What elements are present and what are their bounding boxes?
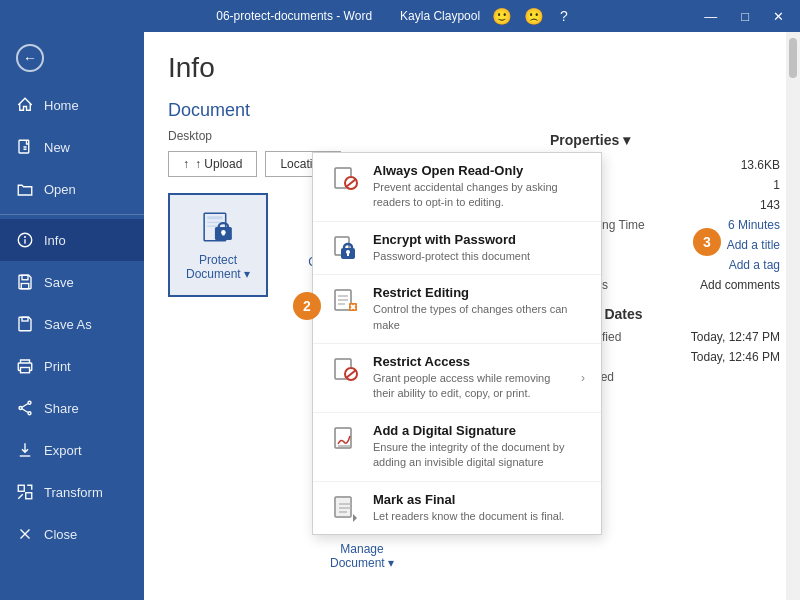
help-icon[interactable]: ? xyxy=(560,8,568,24)
share-icon xyxy=(16,399,34,417)
mark-final-icon xyxy=(329,492,361,524)
prop-title-value[interactable]: Add a title xyxy=(727,238,780,252)
title-bar-center: 06-protect-documents - Word Kayla Claypo… xyxy=(216,7,568,26)
prop-editing-value: 6 Minutes xyxy=(728,218,780,232)
sidebar-item-save[interactable]: Save xyxy=(0,261,144,303)
protect-tile-label: ProtectDocument ▾ xyxy=(186,253,250,281)
close-doc-icon xyxy=(16,525,34,543)
save-icon xyxy=(16,273,34,291)
page-title: Info xyxy=(168,52,772,84)
svg-point-3 xyxy=(25,237,26,238)
maximize-button[interactable]: □ xyxy=(733,5,757,28)
submenu-arrow: › xyxy=(581,371,585,385)
menu-item-digital-sig[interactable]: Add a Digital Signature Ensure the integ… xyxy=(313,413,601,482)
menu-item-readonly[interactable]: Always Open Read-Only Prevent accidental… xyxy=(313,153,601,222)
title-bar-controls: — □ ✕ xyxy=(696,5,792,28)
svg-rect-22 xyxy=(222,232,224,235)
scrollbar-thumb[interactable] xyxy=(789,38,797,78)
upload-icon: ↑ xyxy=(183,157,189,171)
sidebar-item-new[interactable]: New xyxy=(0,126,144,168)
date-modified-value: Today, 12:47 PM xyxy=(691,330,780,344)
menu-item-restrict-access[interactable]: Restrict Access Grant people access whil… xyxy=(313,344,601,413)
home-icon xyxy=(16,96,34,114)
sidebar-item-home[interactable]: Home xyxy=(0,84,144,126)
sidebar-item-print[interactable]: Print xyxy=(0,345,144,387)
saveas-icon xyxy=(16,315,34,333)
svg-rect-14 xyxy=(26,493,32,499)
protect-icon xyxy=(198,207,238,247)
svg-rect-20 xyxy=(219,223,228,230)
sidebar-item-close[interactable]: Close xyxy=(0,513,144,555)
sidebar: ← Home New Open Info xyxy=(0,32,144,600)
sidebar-item-saveas[interactable]: Save As xyxy=(0,303,144,345)
svg-line-11 xyxy=(22,404,28,408)
open-folder-icon xyxy=(16,180,34,198)
new-doc-icon xyxy=(16,138,34,156)
menu-item-mark-final[interactable]: Mark as Final Let readers know the docum… xyxy=(313,482,601,534)
info-icon xyxy=(16,231,34,249)
encrypt-icon xyxy=(329,232,361,264)
svg-rect-36 xyxy=(347,253,349,256)
properties-title[interactable]: Properties ▾ xyxy=(550,132,780,148)
svg-rect-5 xyxy=(21,284,29,289)
svg-rect-16 xyxy=(207,216,222,219)
section-title: Document xyxy=(168,100,772,121)
digital-sig-text: Add a Digital Signature Ensure the integ… xyxy=(373,423,585,471)
minimize-button[interactable]: — xyxy=(696,5,725,28)
protect-dropdown-menu: Always Open Read-Only Prevent accidental… xyxy=(312,152,602,535)
transform-icon xyxy=(16,483,34,501)
protect-document-tile[interactable]: ProtectDocument ▾ xyxy=(168,193,268,297)
readonly-text: Always Open Read-Only Prevent accidental… xyxy=(373,163,585,211)
restrict-editing-icon xyxy=(329,285,361,317)
svg-rect-34 xyxy=(344,244,352,251)
smiley-icon: 🙂 xyxy=(492,7,512,26)
sidebar-item-export[interactable]: Export xyxy=(0,429,144,471)
svg-point-8 xyxy=(28,401,31,404)
sidebar-item-share[interactable]: Share xyxy=(0,387,144,429)
user-name: Kayla Claypool xyxy=(400,9,480,23)
svg-point-9 xyxy=(19,407,22,410)
frown-icon: 🙁 xyxy=(524,7,544,26)
svg-rect-13 xyxy=(18,485,24,491)
svg-rect-40 xyxy=(338,303,345,305)
encrypt-text: Encrypt with Password Password-protect t… xyxy=(373,232,585,264)
prop-pages-value: 1 xyxy=(773,178,780,192)
svg-rect-39 xyxy=(338,299,348,301)
print-icon xyxy=(16,357,34,375)
manage-tile-label: ManageDocument ▾ xyxy=(330,542,394,570)
prop-comments-value[interactable]: Add comments xyxy=(700,278,780,292)
date-created-value: Today, 12:46 PM xyxy=(691,350,780,364)
prop-size-value: 13.6KB xyxy=(741,158,780,172)
main-content: Info Document Desktop ↑ ↑ Upload Locatio… xyxy=(144,32,800,600)
restrict-editing-text: Restrict Editing Control the types of ch… xyxy=(373,285,585,333)
prop-words-value: 143 xyxy=(760,198,780,212)
svg-rect-38 xyxy=(338,295,348,297)
document-title: 06-protect-documents - Word xyxy=(216,9,372,23)
content-area: Info Document Desktop ↑ ↑ Upload Locatio… xyxy=(144,32,800,600)
sidebar-item-info[interactable]: Info xyxy=(0,219,144,261)
prop-tags-value[interactable]: Add a tag xyxy=(729,258,780,272)
step-badge-3: 3 xyxy=(693,228,721,256)
svg-marker-52 xyxy=(353,514,357,522)
readonly-icon xyxy=(329,163,361,195)
sidebar-item-open[interactable]: Open xyxy=(0,168,144,210)
upload-button[interactable]: ↑ ↑ Upload xyxy=(168,151,257,177)
svg-rect-7 xyxy=(21,368,30,373)
mark-final-text: Mark as Final Let readers know the docum… xyxy=(373,492,585,524)
sidebar-item-transform[interactable]: Transform xyxy=(0,471,144,513)
svg-rect-18 xyxy=(207,225,218,227)
menu-item-encrypt[interactable]: Encrypt with Password Password-protect t… xyxy=(313,222,601,275)
menu-item-restrict-editing[interactable]: Restrict Editing Control the types of ch… xyxy=(313,275,601,344)
title-bar: 06-protect-documents - Word Kayla Claypo… xyxy=(0,0,800,32)
app-body: ← Home New Open Info xyxy=(0,32,800,600)
restrict-access-text: Restrict Access Grant people access whil… xyxy=(373,354,569,402)
restrict-access-icon xyxy=(329,354,361,386)
step-badge-2: 2 xyxy=(293,292,321,320)
back-button[interactable]: ← xyxy=(0,32,144,84)
svg-rect-51 xyxy=(335,497,351,517)
export-icon xyxy=(16,441,34,459)
scrollbar-track[interactable] xyxy=(786,32,800,600)
svg-point-10 xyxy=(28,412,31,415)
back-arrow-icon: ← xyxy=(16,44,44,72)
close-window-button[interactable]: ✕ xyxy=(765,5,792,28)
